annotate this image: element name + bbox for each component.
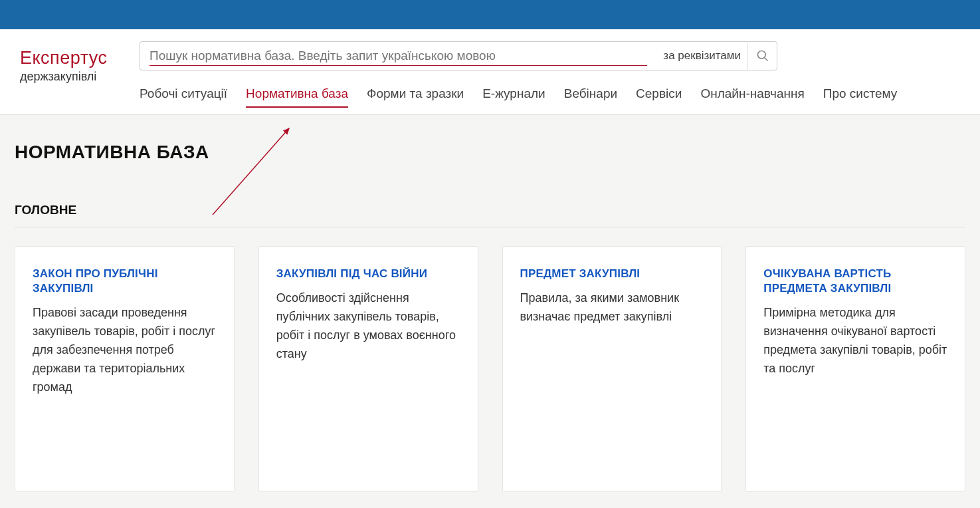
logo-sub: держзакупівлі — [20, 70, 140, 84]
nav-e-journals[interactable]: Е-журнали — [482, 86, 545, 108]
card-title: ЗАКОН ПРО ПУБЛІЧНІ ЗАКУПІВЛІ — [33, 267, 217, 296]
card-procurement-subject[interactable]: ПРЕДМЕТ ЗАКУПІВЛІ Правила, за якими замо… — [502, 246, 722, 492]
nav-forms-samples[interactable]: Форми та зразки — [367, 86, 464, 108]
search-by-requisites-link[interactable]: за реквізитами — [656, 49, 747, 63]
svg-line-1 — [764, 58, 767, 61]
card-title: ЗАКУПІВЛІ ПІД ЧАС ВІЙНИ — [276, 267, 460, 281]
card-desc: Особливості здійснення публічних закупів… — [276, 289, 460, 364]
nav-online-learning[interactable]: Онлайн-навчання — [700, 86, 804, 108]
logo[interactable]: Експертус держзакупівлі — [20, 41, 140, 84]
search-button[interactable] — [747, 41, 777, 70]
card-desc: Правила, за якими замовник визначає пред… — [520, 289, 704, 326]
nav-about-system[interactable]: Про систему — [823, 86, 898, 108]
page-title: НОРМАТИВНА БАЗА — [15, 142, 965, 163]
card-procurement-wartime[interactable]: ЗАКУПІВЛІ ПІД ЧАС ВІЙНИ Особливості здій… — [258, 246, 478, 492]
header: Експертус держзакупівлі за реквізитами Р… — [0, 29, 980, 115]
content: НОРМАТИВНА БАЗА ГОЛОВНЕ ЗАКОН ПРО ПУБЛІЧ… — [0, 115, 980, 508]
card-title: ОЧІКУВАНА ВАРТІСТЬ ПРЕДМЕТА ЗАКУПІВЛІ — [763, 267, 947, 296]
card-title: ПРЕДМЕТ ЗАКУПІВЛІ — [520, 267, 704, 281]
divider — [15, 227, 965, 227]
svg-point-0 — [757, 51, 765, 59]
card-law-public-procurement[interactable]: ЗАКОН ПРО ПУБЛІЧНІ ЗАКУПІВЛІ Правові зас… — [15, 246, 235, 492]
search-icon — [756, 49, 769, 63]
logo-brand: Експертус — [20, 48, 140, 68]
main-nav: Робочі ситуації Нормативна база Форми та… — [140, 70, 777, 114]
nav-webinars[interactable]: Вебінари — [564, 86, 617, 108]
nav-normative-base[interactable]: Нормативна база — [246, 86, 348, 108]
card-desc: Примірна методика для визначення очікува… — [763, 304, 947, 378]
cards-row: ЗАКОН ПРО ПУБЛІЧНІ ЗАКУПІВЛІ Правові зас… — [15, 246, 965, 492]
top-bar — [0, 0, 980, 29]
search-input[interactable] — [140, 49, 656, 63]
nav-services[interactable]: Сервіси — [636, 86, 682, 108]
section-label: ГОЛОВНЕ — [15, 203, 965, 217]
search-bar: за реквізитами — [140, 41, 777, 70]
nav-work-situations[interactable]: Робочі ситуації — [140, 86, 227, 108]
card-expected-value[interactable]: ОЧІКУВАНА ВАРТІСТЬ ПРЕДМЕТА ЗАКУПІВЛІ Пр… — [745, 246, 965, 492]
card-desc: Правові засади проведення закупівель тов… — [33, 304, 217, 396]
